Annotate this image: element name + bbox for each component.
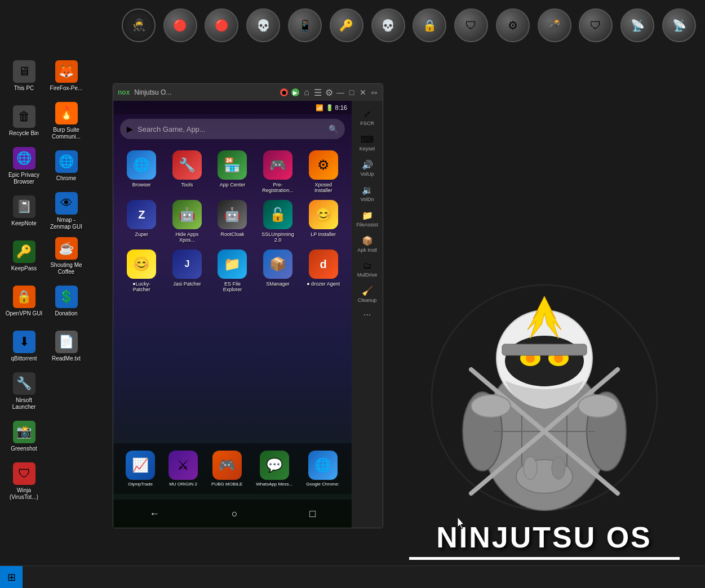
top-icon-11[interactable]: 💣 — [534, 2, 575, 48]
nox-tool-cleanup[interactable]: 🧹 Cleanup — [353, 282, 382, 306]
googlechrome-icon: 🌐 — [308, 451, 338, 480]
nox-menu-btn[interactable]: ☰ — [314, 88, 322, 96]
android-app-tools[interactable]: 🔧 Tools — [166, 148, 209, 195]
android-navbar: ← ○ □ — [113, 500, 352, 528]
top-toolbar: 🥷 🔴 🔴 💀 📱 🔑 💀 🔒 🛡 ⚙ — [113, 0, 705, 51]
android-app-lucky[interactable]: 😊 ●Lucky-Patcher — [120, 247, 163, 295]
nox-tool-volup[interactable]: 🔊 VolUp — [353, 156, 382, 180]
top-icon-5[interactable]: 📱 — [285, 2, 325, 48]
muorigin-label: MU ORIGIN 2 — [169, 482, 197, 487]
desktop-icon-winja[interactable]: 🛡 Winja (VirusTot...) — [3, 459, 45, 504]
android-app-lp[interactable]: 😊 LP Installer — [301, 198, 345, 245]
desktop-icon-chrome[interactable]: 🌐 Chrome — [45, 144, 87, 189]
nox-tool-voldn[interactable]: 🔉 VolDn — [353, 181, 382, 206]
top-icon-6[interactable]: 🔑 — [326, 2, 367, 48]
top-icon-3[interactable]: 🔴 — [202, 2, 242, 48]
jasi-icon: J — [172, 250, 202, 279]
nox-more-tools[interactable]: ··· — [361, 308, 373, 322]
drozer-icon: d — [309, 250, 338, 279]
android-app-prereg[interactable]: 🎮 Pre-Registration... — [256, 148, 300, 195]
dock-app-muorigin[interactable]: ⚔ MU ORIGIN 2 — [169, 451, 198, 487]
dock-app-googlechrome[interactable]: 🌐 Google Chrome: — [306, 451, 339, 487]
nox-arrows-btn[interactable]: «» — [370, 88, 378, 96]
fileassist-label: FileAssist — [356, 222, 378, 228]
nox-home-btn[interactable]: ⌂ — [303, 88, 311, 96]
desktop: 🥷 🔴 🔴 💀 📱 🔑 💀 🔒 🛡 ⚙ — [0, 0, 705, 588]
desktop-icon-shouting-coffee[interactable]: ☕ Shouting Me Coffee — [45, 234, 87, 279]
dock-app-pubg[interactable]: 🎮 PUBG MOBILE — [211, 451, 242, 487]
nox-body: 📶 🔋 8:16 ▶ Search Game, App... 🔍 🌐 Brows… — [113, 101, 383, 528]
nox-tool-muldrive[interactable]: 🗂 MulDrive — [353, 257, 382, 281]
top-icon-ninjutsu[interactable]: 🥷 — [118, 2, 159, 48]
android-screen[interactable]: 📶 🔋 8:16 ▶ Search Game, App... 🔍 🌐 Brows… — [113, 101, 352, 528]
desktop-icon-firefox[interactable]: 🦊 FireFox-Pe... — [45, 54, 87, 99]
svg-point-21 — [552, 457, 565, 479]
top-icon-2[interactable]: 🔴 — [160, 2, 201, 48]
nox-play-btn[interactable]: ▶ — [291, 88, 299, 96]
desktop-icon-epic-browser[interactable]: 🌐 Epic Privacy Browser — [3, 144, 45, 189]
android-app-ssl[interactable]: 🔓 SSLUnpinning 2.0 — [256, 198, 300, 245]
dock-app-whatsapp[interactable]: 💬 WhatsApp Mess... — [256, 451, 292, 487]
nox-tool-fileassist[interactable]: 📁 FileAssist — [353, 207, 382, 231]
taskbar: ⊞ — [0, 565, 705, 588]
nox-settings-btn[interactable]: ⚙ — [325, 88, 333, 96]
desktop-icon-this-pc[interactable]: 🖥 This PC — [3, 54, 45, 99]
top-icon-14[interactable]: 📡 — [659, 2, 699, 48]
nox-tool-apkinstl[interactable]: 📦 Apk Instl — [353, 232, 382, 256]
top-icon-7[interactable]: 💀 — [368, 2, 409, 48]
dock-app-olymptrade[interactable]: 📈 OlympTrade — [126, 451, 155, 487]
desktop-icon-donation[interactable]: 💲 Donation — [45, 279, 87, 324]
android-app-drozer[interactable]: d ● drozer Agent — [301, 247, 345, 295]
nox-window-title: Ninjutsu O... — [134, 88, 276, 96]
top-icon-9[interactable]: 🛡 — [451, 2, 491, 48]
desktop-icon-keepass[interactable]: 🔑 KeepPass — [3, 234, 45, 279]
apkinstl-label: Apk Instl — [357, 247, 377, 253]
android-recent-btn[interactable]: □ — [305, 504, 320, 524]
android-app-appcenter[interactable]: 🏪 App Center — [211, 148, 254, 195]
pubg-label: PUBG MOBILE — [211, 482, 242, 487]
nox-record-btn[interactable]: ⏺ — [280, 88, 288, 96]
android-app-xposed[interactable]: ⚙ Xposed Installer — [301, 148, 345, 195]
top-icon-12[interactable]: 🛡 — [576, 2, 617, 48]
apkinstl-icon: 📦 — [362, 235, 373, 246]
nox-minimize-btn[interactable]: — — [336, 88, 344, 96]
nox-close-btn[interactable]: ✕ — [359, 88, 367, 96]
keyset-icon: ⌨ — [361, 134, 374, 145]
android-home-btn[interactable]: ○ — [227, 504, 242, 524]
desktop-icon-qbittorrent[interactable]: ⬇ qBittorrent — [3, 324, 45, 369]
android-search[interactable]: ▶ Search Game, App... 🔍 — [120, 119, 345, 139]
nox-maximize-btn[interactable]: □ — [348, 88, 356, 96]
android-app-jasi[interactable]: J Jasi Patcher — [166, 247, 209, 295]
desktop-icon-greenshot[interactable]: 📸 Greenshot — [3, 414, 45, 459]
android-app-rootcloak[interactable]: 🤖 RootCloak — [211, 198, 254, 245]
android-app-zuper[interactable]: Z Zuper — [120, 198, 163, 245]
android-app-browser[interactable]: 🌐 Browser — [120, 148, 163, 195]
android-back-btn[interactable]: ← — [145, 504, 164, 524]
top-icon-13[interactable]: 📡 — [617, 2, 658, 48]
android-app-es[interactable]: 📁 ES File Explorer — [211, 247, 254, 295]
nox-right-sidebar: ⤢ FSCR ⌨ Keyset 🔊 VolUp 🔉 VolDn 📁 F — [352, 101, 383, 528]
lucky-icon: 😊 — [127, 250, 156, 279]
top-icon-4[interactable]: 💀 — [243, 2, 283, 48]
android-app-smanager[interactable]: 📦 SManager — [256, 247, 300, 295]
top-icon-8[interactable]: 🔒 — [409, 2, 450, 48]
nox-titlebar-buttons: ⏺ ▶ ⌂ ☰ ⚙ — □ ✕ «» — [280, 88, 378, 96]
top-icon-10[interactable]: ⚙ — [493, 2, 533, 48]
desktop-icon-openvpn[interactable]: 🔒 OpenVPN GUI — [3, 279, 45, 324]
drozer-label: ● drozer Agent — [307, 281, 340, 287]
nox-tool-keyset[interactable]: ⌨ Keyset — [353, 131, 382, 155]
svg-rect-13 — [502, 344, 587, 355]
hide-icon: 🤖 — [172, 200, 202, 229]
desktop-icon-readme[interactable]: 📄 ReadMe.txt — [45, 324, 87, 369]
nox-tool-fscr[interactable]: ⤢ FSCR — [353, 105, 382, 130]
desktop-icon-recycle-bin[interactable]: 🗑 Recycle Bin — [3, 99, 45, 144]
prereg-icon: 🎮 — [263, 150, 292, 180]
start-button[interactable]: ⊞ — [0, 566, 23, 589]
svg-point-20 — [524, 457, 537, 479]
desktop-icon-nirsoft[interactable]: 🔧 Nirsoft Launcher — [3, 369, 45, 414]
desktop-icon-nmap[interactable]: 👁 Nmap - Zenmap GUI — [45, 189, 87, 234]
desktop-icon-burp-suite[interactable]: 🔥 Burp Suite Communi... — [45, 99, 87, 144]
android-app-hide[interactable]: 🤖 Hide Apps Xpos... — [166, 198, 209, 245]
android-statusbar: 📶 🔋 8:16 — [113, 101, 352, 114]
desktop-icon-keepnote[interactable]: 📓 KeepNote — [3, 189, 45, 234]
